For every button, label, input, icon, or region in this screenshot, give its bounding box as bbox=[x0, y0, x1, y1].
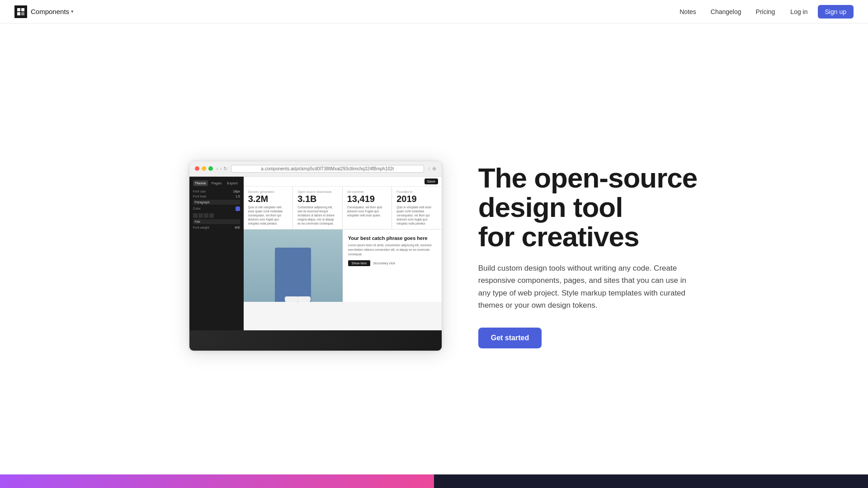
content-text-panel: Your best catch phrase goes here Lorem i… bbox=[343, 230, 442, 302]
sidebar-row-fontsize: Font size 16px bbox=[193, 189, 240, 194]
sidebar-label-fontlead: Font lead bbox=[193, 195, 206, 198]
hero-heading-line3: for creatives bbox=[478, 221, 639, 252]
grid-btn-3 bbox=[204, 213, 208, 218]
stat-number-1: 3.1B bbox=[297, 194, 338, 203]
catch-phrase: Your best catch phrase goes here bbox=[348, 235, 436, 241]
stat-label-2: Git commits bbox=[347, 190, 387, 193]
back-icon: ‹ bbox=[217, 166, 218, 172]
app-sidebar: Theme Pages Export Font size 16px Font l… bbox=[189, 177, 244, 330]
content-lorem: Lorem ipsum dolor sit amet, consectetur … bbox=[348, 243, 436, 256]
brand-name: Components bbox=[31, 8, 69, 15]
bottom-cards bbox=[0, 474, 868, 488]
sidebar-value-fontlead: 1.5 bbox=[236, 195, 240, 198]
login-button[interactable]: Log in bbox=[784, 5, 814, 18]
get-started-button[interactable]: Get started bbox=[478, 328, 542, 348]
grid-btn-2 bbox=[198, 213, 203, 218]
hero-heading-line1: The open-source bbox=[478, 162, 698, 193]
browser-nav-icons: ‹ › ↻ bbox=[217, 166, 227, 172]
content-buttons: Show here Secondary click bbox=[348, 260, 436, 266]
stats-grid: Doctors generated 3.2M Quis ut nile volu… bbox=[244, 187, 442, 230]
sidebar-value-weight: 400 bbox=[235, 226, 240, 229]
grid-btn-4 bbox=[209, 213, 214, 218]
bottom-card-gradient bbox=[0, 474, 434, 488]
nav-left: Components ▾ bbox=[14, 5, 74, 18]
sidebar-value-fontsize: 16px bbox=[233, 190, 240, 193]
brand-button[interactable]: Components ▾ bbox=[31, 8, 74, 15]
sidebar-input-text: Paragraph bbox=[195, 201, 210, 204]
app-main: Save Doctors generated 3.2M Quis ut nile… bbox=[244, 177, 442, 330]
stat-label-1: Open source downloads bbox=[297, 190, 338, 193]
browser-dots bbox=[195, 166, 213, 171]
stat-number-3: 2019 bbox=[396, 194, 437, 203]
content-row: Your best catch phrase goes here Lorem i… bbox=[244, 230, 442, 302]
navbar: Components ▾ Notes Changelog Pricing Log… bbox=[0, 0, 868, 23]
dot-yellow bbox=[202, 166, 206, 171]
person-shoes-left bbox=[285, 296, 298, 302]
grid-btn-1 bbox=[193, 213, 198, 218]
dot-red bbox=[195, 166, 199, 171]
sidebar-tab-export: Export bbox=[225, 180, 239, 186]
sidebar-tab-theme: Theme bbox=[193, 180, 208, 186]
hero-section: ‹ › ↻ a.components.ai/p/ckmp5cd0lT38ltMx… bbox=[0, 0, 868, 488]
svg-rect-3 bbox=[21, 12, 24, 15]
forward-icon: › bbox=[220, 166, 222, 172]
sidebar-label-fontsize: Font size bbox=[193, 190, 206, 193]
browser-actions: ↑ ⊕ bbox=[428, 166, 436, 172]
browser-bottom-strip bbox=[189, 330, 442, 351]
signup-button[interactable]: Sign up bbox=[818, 5, 854, 19]
stat-cell-0: Doctors generated 3.2M Quis ut nile volu… bbox=[244, 187, 293, 229]
nav-link-pricing[interactable]: Pricing bbox=[750, 5, 781, 18]
sidebar-grid-controls bbox=[193, 213, 240, 218]
nav-link-notes[interactable]: Notes bbox=[674, 5, 702, 18]
svg-rect-0 bbox=[17, 8, 20, 11]
sidebar-row-color: Color bbox=[193, 206, 240, 212]
sidebar-label-weight: Font weight bbox=[193, 226, 209, 229]
person-figure bbox=[244, 230, 343, 302]
bottom-strip-content bbox=[189, 330, 442, 351]
sidebar-input-secondary: Fair bbox=[193, 219, 240, 224]
stat-desc-2: Consequatur, vel illum quis dolorem eum … bbox=[347, 205, 387, 217]
nav-link-changelog[interactable]: Changelog bbox=[705, 5, 747, 18]
nav-right: Notes Changelog Pricing Log in Sign up bbox=[674, 5, 854, 19]
person-shoes-right bbox=[297, 296, 311, 302]
browser-url-bar: a.components.ai/p/ckmp5cd0lT38ltMxal293c… bbox=[231, 165, 424, 173]
stat-label-3: Founded in bbox=[396, 190, 437, 193]
stat-desc-3: Quis in voluplate velit esse quam nchil … bbox=[396, 205, 437, 225]
hero-description: Build custom design tools without writin… bbox=[478, 262, 695, 311]
browser-bar: ‹ › ↻ a.components.ai/p/ckmp5cd0lT38ltMx… bbox=[189, 161, 442, 177]
share-icon: ↑ bbox=[428, 166, 430, 172]
stat-label-0: Doctors generated bbox=[248, 190, 288, 193]
stat-cell-1: Open source downloads 3.1B Consectetur a… bbox=[293, 187, 343, 229]
bottom-card-dark bbox=[434, 474, 868, 488]
sidebar-section: Font size 16px Font lead 1.5 Paragraph C… bbox=[193, 189, 240, 230]
logo-icon bbox=[14, 5, 27, 18]
hero-text: The open-source design tool for creative… bbox=[478, 163, 698, 348]
sidebar-secondary-text: Fair bbox=[195, 220, 200, 223]
sidebar-label-color: Color bbox=[193, 207, 201, 210]
svg-rect-1 bbox=[21, 8, 24, 11]
person-jeans bbox=[275, 248, 311, 302]
browser-mockup: ‹ › ↻ a.components.ai/p/ckmp5cd0lT38ltMx… bbox=[189, 161, 442, 351]
stat-cell-2: Git commits 13,419 Consequatur, vel illu… bbox=[343, 187, 392, 229]
dot-green bbox=[208, 166, 213, 171]
content-image bbox=[244, 230, 343, 302]
color-swatch bbox=[236, 206, 240, 211]
brand-chevron: ▾ bbox=[71, 9, 74, 14]
reload-icon: ↻ bbox=[223, 166, 227, 172]
stat-desc-0: Quis ut nile voluplate velit esse quam n… bbox=[248, 205, 288, 225]
stat-desc-1: Consectetur adipiscing elit, sed do eius… bbox=[297, 205, 338, 225]
stat-number-0: 3.2M bbox=[248, 194, 288, 203]
app-save-btn: Save bbox=[425, 178, 438, 184]
stat-number-2: 13,419 bbox=[347, 194, 387, 203]
app-ui: Theme Pages Export Font size 16px Font l… bbox=[189, 177, 442, 330]
sidebar-row-fontlead: Font lead 1.5 bbox=[193, 194, 240, 199]
sidebar-tabs: Theme Pages Export bbox=[193, 180, 240, 186]
content-btn-secondary: Secondary click bbox=[373, 262, 395, 265]
hero-heading: The open-source design tool for creative… bbox=[478, 163, 698, 251]
sidebar-row-weight: Font weight 400 bbox=[193, 225, 240, 230]
stat-cell-3: Founded in 2019 Quis in voluplate velit … bbox=[392, 187, 442, 229]
app-toolbar: Save bbox=[244, 177, 442, 187]
bookmark-icon: ⊕ bbox=[432, 166, 436, 172]
hero-heading-line2: design tool bbox=[478, 192, 623, 223]
sidebar-input-primary: Paragraph bbox=[193, 200, 240, 205]
